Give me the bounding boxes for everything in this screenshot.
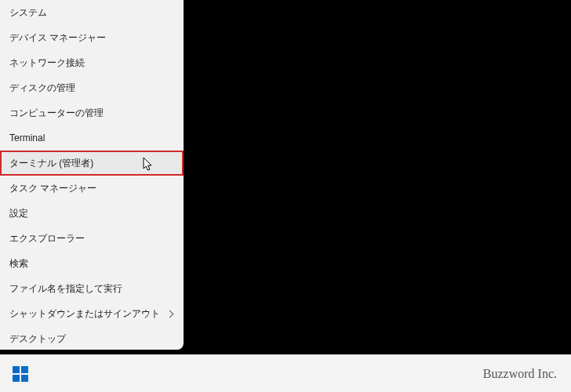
desktop: システムデバイス マネージャーネットワーク接続ディスクの管理コンピューターの管理…	[0, 0, 571, 392]
winx-menu-item[interactable]: ネットワーク接続	[0, 50, 184, 75]
winx-menu-item[interactable]: ファイル名を指定して実行	[0, 276, 184, 301]
winx-menu-item[interactable]: Terminal	[0, 125, 184, 151]
winx-menu-item[interactable]: タスク マネージャー	[0, 176, 184, 201]
winx-menu-item-label: 検索	[9, 257, 28, 270]
winx-menu-item-label: ネットワーク接続	[9, 56, 85, 70]
winx-menu-list: システムデバイス マネージャーネットワーク接続ディスクの管理コンピューターの管理…	[0, 0, 184, 350]
winx-menu-item-label: デバイス マネージャー	[9, 31, 106, 45]
winx-menu-item-label: エクスプローラー	[9, 232, 85, 245]
winx-menu-item-label: デスクトップ	[9, 332, 66, 346]
winx-menu-item-label: Terminal	[9, 132, 45, 143]
winx-menu-item[interactable]: デスクトップ	[0, 326, 184, 350]
winx-menu-item-label: 設定	[9, 207, 28, 220]
winx-menu-item[interactable]: デバイス マネージャー	[0, 25, 184, 50]
winx-menu-item-label: タスク マネージャー	[9, 182, 96, 195]
winx-menu-item-label: システム	[9, 6, 47, 20]
winx-menu-item[interactable]: ターミナル (管理者)	[0, 151, 184, 176]
winx-menu-item-label: ディスクの管理	[9, 82, 75, 95]
start-button[interactable]	[9, 363, 31, 385]
windows-logo-icon	[13, 366, 28, 382]
winx-menu-item[interactable]: システム	[0, 0, 184, 25]
winx-menu-item[interactable]: エクスプローラー	[0, 226, 184, 251]
brand-label: Buzzword Inc.	[483, 367, 557, 381]
winx-menu-item[interactable]: ディスクの管理	[0, 75, 184, 100]
winx-menu-item-label: ターミナル (管理者)	[9, 157, 93, 170]
winx-menu-item[interactable]: 設定	[0, 201, 184, 226]
winx-menu-item-label: ファイル名を指定して実行	[9, 282, 122, 296]
winx-menu-item-label: シャットダウンまたはサインアウト	[9, 307, 160, 321]
winx-menu-item[interactable]: コンピューターの管理	[0, 100, 184, 125]
winx-menu-item-label: コンピューターの管理	[9, 107, 104, 120]
winx-menu-item[interactable]: シャットダウンまたはサインアウト	[0, 301, 184, 326]
taskbar: Buzzword Inc.	[0, 354, 571, 392]
winx-menu-item[interactable]: 検索	[0, 251, 184, 276]
winx-menu: システムデバイス マネージャーネットワーク接続ディスクの管理コンピューターの管理…	[0, 0, 184, 350]
